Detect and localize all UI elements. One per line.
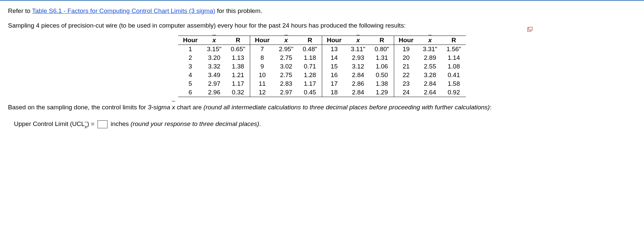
cell-r: 1.14 bbox=[442, 54, 466, 62]
data-table-wrap: Hour x R Hour x R Hour x R Hour x R 13.1… bbox=[8, 36, 636, 97]
cell-r: 1.17 bbox=[226, 79, 250, 88]
popout-icon[interactable] bbox=[527, 27, 533, 32]
cell-xbar: 2.64 bbox=[418, 88, 442, 97]
cell-r: 0.80" bbox=[370, 45, 394, 54]
cell-xbar: 3.32 bbox=[202, 62, 226, 71]
table-row: 33.321.3893.020.71153.121.06212.551.08 bbox=[178, 62, 465, 71]
col-hour: Hour bbox=[322, 36, 346, 45]
cell-hour: 8 bbox=[250, 54, 274, 62]
cell-hour: 19 bbox=[394, 45, 418, 54]
cell-hour: 6 bbox=[178, 88, 202, 97]
cell-hour: 21 bbox=[394, 62, 418, 71]
ucl-subscript: x bbox=[85, 124, 87, 129]
ucl-label-post: ) = bbox=[87, 120, 96, 127]
cell-xbar: 2.89 bbox=[418, 54, 442, 62]
answer-line: Upper Control Limit (UCLx) = inches (rou… bbox=[8, 119, 636, 130]
table-row: 43.491.21102.751.28162.840.50223.280.41 bbox=[178, 71, 465, 79]
cell-hour: 22 bbox=[394, 71, 418, 79]
cell-xbar: 2.84 bbox=[418, 79, 442, 88]
col-xbar: x bbox=[418, 36, 442, 45]
cell-xbar: 2.84 bbox=[346, 88, 370, 97]
cell-hour: 10 bbox=[250, 71, 274, 79]
cell-xbar: 2.95" bbox=[274, 45, 298, 54]
ucl-input[interactable] bbox=[98, 120, 107, 128]
col-hour: Hour bbox=[250, 36, 274, 45]
cell-hour: 17 bbox=[322, 79, 346, 88]
question-mid: chart are bbox=[177, 104, 203, 111]
xbar-symbol: x bbox=[172, 103, 175, 112]
cell-hour: 20 bbox=[394, 54, 418, 62]
cell-xbar: 3.28 bbox=[418, 71, 442, 79]
table-row: 62.960.32122.970.45182.841.29242.640.92 bbox=[178, 88, 465, 97]
col-hour: Hour bbox=[394, 36, 418, 45]
cell-r: 1.38 bbox=[370, 79, 394, 88]
cell-r: 0.41 bbox=[442, 71, 466, 79]
cell-xbar: 2.84 bbox=[346, 71, 370, 79]
col-r: R bbox=[298, 36, 322, 45]
cell-hour: 5 bbox=[178, 79, 202, 88]
cell-xbar: 3.02 bbox=[274, 62, 298, 71]
col-xbar: x bbox=[346, 36, 370, 45]
cell-xbar: 2.97 bbox=[202, 79, 226, 88]
answer-period: . bbox=[259, 120, 261, 127]
reference-link[interactable]: Table S6.1 - Factors for Computing Contr… bbox=[32, 7, 215, 14]
cell-r: 1.21 bbox=[226, 71, 250, 79]
cell-hour: 18 bbox=[322, 88, 346, 97]
cell-hour: 3 bbox=[178, 62, 202, 71]
cell-xbar: 3.49 bbox=[202, 71, 226, 79]
cell-xbar: 2.75 bbox=[274, 54, 298, 62]
cell-hour: 12 bbox=[250, 88, 274, 97]
cell-xbar: 3.12 bbox=[346, 62, 370, 71]
question-post: : bbox=[490, 104, 491, 111]
context-paragraph: Sampling 4 pieces of precision-cut wire … bbox=[8, 21, 636, 30]
header-row: Hour x R Hour x R Hour x R Hour x R bbox=[178, 36, 465, 45]
cell-r: 0.92 bbox=[442, 88, 466, 97]
cell-hour: 2 bbox=[178, 54, 202, 62]
col-xbar: x bbox=[274, 36, 298, 45]
cell-r: 0.45 bbox=[298, 88, 322, 97]
cell-xbar: 2.86 bbox=[346, 79, 370, 88]
cell-r: 0.50 bbox=[370, 71, 394, 79]
unit-label: inches bbox=[110, 120, 130, 127]
cell-xbar: 3.15" bbox=[202, 45, 226, 54]
table-body: 13.15"0.65"72.95"0.48"133.11"0.80"193.31… bbox=[178, 45, 465, 97]
cell-xbar: 2.93 bbox=[346, 54, 370, 62]
cell-r: 0.71 bbox=[298, 62, 322, 71]
cell-r: 1.17 bbox=[298, 79, 322, 88]
cell-hour: 15 bbox=[322, 62, 346, 71]
cell-r: 1.18 bbox=[298, 54, 322, 62]
ucl-label-pre: Upper Control Limit (UCL bbox=[14, 120, 85, 127]
cell-r: 1.29 bbox=[370, 88, 394, 97]
cell-hour: 14 bbox=[322, 54, 346, 62]
cell-hour: 9 bbox=[250, 62, 274, 71]
cell-r: 1.56" bbox=[442, 45, 466, 54]
cell-r: 1.13 bbox=[226, 54, 250, 62]
cell-r: 0.48" bbox=[298, 45, 322, 54]
intro-prefix: Refer to bbox=[8, 7, 32, 14]
cell-r: 1.58 bbox=[442, 79, 466, 88]
question-paragraph: Based on the sampling done, the control … bbox=[8, 103, 636, 112]
col-hour: Hour bbox=[178, 36, 202, 45]
cell-r: 0.65" bbox=[226, 45, 250, 54]
cell-hour: 24 bbox=[394, 88, 418, 97]
cell-xbar: 3.11" bbox=[346, 45, 370, 54]
table-row: 23.201.1382.751.18142.931.31202.891.14 bbox=[178, 54, 465, 62]
col-r: R bbox=[226, 36, 250, 45]
table-row: 13.15"0.65"72.95"0.48"133.11"0.80"193.31… bbox=[178, 45, 465, 54]
cell-hour: 1 bbox=[178, 45, 202, 54]
cell-xbar: 2.83 bbox=[274, 79, 298, 88]
cell-xbar: 2.75 bbox=[274, 71, 298, 79]
cell-xbar: 2.55 bbox=[418, 62, 442, 71]
cell-r: 1.28 bbox=[298, 71, 322, 79]
cell-r: 1.08 bbox=[442, 62, 466, 71]
table-row: 52.971.17112.831.17172.861.38232.841.58 bbox=[178, 79, 465, 88]
intro-paragraph: Refer to Table S6.1 - Factors for Comput… bbox=[8, 7, 636, 15]
cell-xbar: 2.97 bbox=[274, 88, 298, 97]
cell-r: 1.38 bbox=[226, 62, 250, 71]
question-pre: Based on the sampling done, the control … bbox=[8, 104, 148, 111]
data-table: Hour x R Hour x R Hour x R Hour x R 13.1… bbox=[178, 36, 465, 97]
cell-hour: 7 bbox=[250, 45, 274, 54]
answer-hint: (round your response to three decimal pl… bbox=[131, 120, 259, 127]
question-rounding-note: (round all intermediate calculations to … bbox=[203, 104, 490, 111]
cell-hour: 4 bbox=[178, 71, 202, 79]
